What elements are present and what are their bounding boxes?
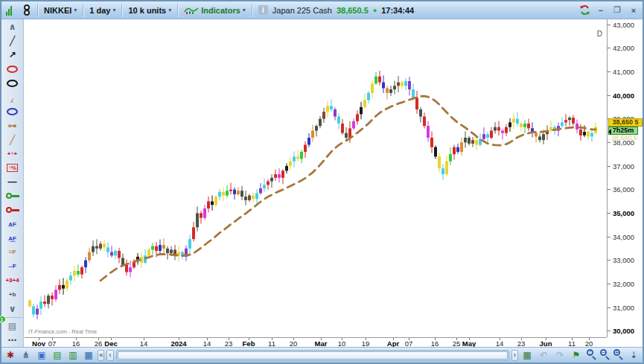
orders-icon[interactable]: ▥ xyxy=(66,349,80,362)
chevron-down-icon: ▾ xyxy=(112,7,115,13)
close-button[interactable]: × xyxy=(628,5,640,16)
percent-tool-icon[interactable]: ↑% xyxy=(3,161,22,175)
chart-bars-icon xyxy=(6,5,12,16)
toolbar-separator xyxy=(177,4,178,17)
price-axis-label: 35,000 xyxy=(613,209,634,217)
scroll-fast-back-button[interactable]: « xyxy=(98,350,104,361)
symbol-label: NIKKEI xyxy=(44,6,71,15)
toolbar-separator xyxy=(37,4,38,17)
price-tick xyxy=(608,142,610,143)
restore-button[interactable]: ❐ xyxy=(611,5,623,16)
price-tick xyxy=(608,189,610,190)
candlestick-chart[interactable] xyxy=(25,19,607,337)
fib-extension-tool-icon[interactable]: A͟F xyxy=(3,232,22,246)
annotation-tool-icon[interactable]: +b xyxy=(3,287,22,301)
horizontal-line-tool-icon[interactable]: — xyxy=(3,175,22,189)
price-tick xyxy=(608,71,610,72)
quote-time: 17:34:44 xyxy=(381,6,414,15)
undo-icon[interactable]: ↶ xyxy=(537,349,550,362)
chevron-down-icon: ▾ xyxy=(74,7,77,13)
price-axis-label: 40,000 xyxy=(613,92,634,100)
collapse-tools-icon[interactable]: ∧ xyxy=(3,20,22,34)
units-dropdown[interactable]: 10 k units ▾ xyxy=(124,2,176,19)
price-axis-label: 33,000 xyxy=(613,256,634,264)
news-icon[interactable]: ▤ xyxy=(51,349,64,362)
zoom-fit-icon[interactable]: ↕ xyxy=(587,349,596,359)
price-axis-label: 32,000 xyxy=(613,280,634,288)
pin-segment-tool-icon[interactable]: ⁁ xyxy=(3,91,22,105)
units-label: 10 k units xyxy=(128,6,166,15)
drawing-tools-sidebar: ∧╱↗⁁⊶╱+↑+↑%—A̲FA͟F≡F--F+3+4+b∨▤1⋯ xyxy=(1,19,24,348)
scrollbar-thumb[interactable] xyxy=(118,351,508,360)
more-tools-icon[interactable]: ⋯ xyxy=(3,333,22,348)
price-tick xyxy=(608,95,610,96)
zoom-out-icon[interactable]: − xyxy=(600,349,610,359)
last-price: 38,650.5 xyxy=(337,6,369,15)
key-lock-red-icon[interactable] xyxy=(3,203,22,217)
secondary-price-tag: 38,640.6 xyxy=(611,134,637,141)
timeframe-label: 1 day xyxy=(89,6,110,15)
indicators-button[interactable]: Indicators ▾ xyxy=(179,2,250,19)
instrument-name: Japan 225 Cash xyxy=(272,6,332,15)
go-to-end-icon[interactable]: ⇣ xyxy=(627,349,640,362)
watermark-text: IT-Finance.com - Real Time xyxy=(28,328,97,335)
price-tick xyxy=(608,166,610,167)
price-axis-label: 43,000 xyxy=(613,21,634,29)
price-tick xyxy=(608,284,610,284)
numbered-points-tool-icon[interactable]: +3+4 xyxy=(3,273,22,287)
top-toolbar: NIKKEI ▾ 1 day ▾ 10 k units ▾ Indicators… xyxy=(1,1,643,19)
chart-tools-icon[interactable]: ⚑ xyxy=(570,349,583,362)
scroll-back-button[interactable]: ‹ xyxy=(106,350,113,361)
levels-tool-icon[interactable]: ≡F xyxy=(3,246,22,260)
indicators-label: Indicators xyxy=(201,6,240,15)
info-icon[interactable]: i xyxy=(258,5,268,15)
go-to-date-icon[interactable]: ▦ xyxy=(520,349,534,362)
dashed-levels-tool-icon[interactable]: --F xyxy=(3,259,22,273)
price-axis[interactable]: 38,650 5 7h25m 38,640.6 43,00042,00041,0… xyxy=(607,19,643,337)
trendline-tool-icon[interactable]: ╱ xyxy=(3,132,22,147)
ellipse-tool-red-icon[interactable] xyxy=(3,63,22,77)
toolbar-separator xyxy=(252,4,252,17)
horizontal-scrollbar[interactable] xyxy=(116,350,509,361)
chart-canvas[interactable]: D IT-Finance.com - Real Time xyxy=(25,19,607,337)
price-tick xyxy=(608,213,610,214)
arrow-tool-icon[interactable]: ↗ xyxy=(3,48,22,63)
quote-info-group: i Japan 225 Cash 38,650.5 ● 17:34:44 xyxy=(254,2,418,19)
ellipse-tool-black-icon[interactable] xyxy=(3,77,22,91)
sync-refresh-icon[interactable] xyxy=(579,4,590,16)
link-icon xyxy=(22,4,31,16)
line-tool-icon[interactable]: ╱ xyxy=(3,34,22,48)
minimize-button[interactable]: − xyxy=(595,5,607,16)
price-tick xyxy=(608,48,610,48)
bottom-toolbar: ✱⋔▣▤▥▦ « ‹ › ▦↶↷⚑ ↕−+⇣ xyxy=(1,347,643,363)
symbol-dropdown[interactable]: NIKKEI ▾ xyxy=(39,2,81,19)
bar-countdown-tag: 7h25m xyxy=(608,127,638,135)
multipoint-tool-icon[interactable]: +↑+ xyxy=(3,147,22,161)
notification-badge: 1 xyxy=(0,316,6,323)
segment-tool-icon[interactable]: ⊶ xyxy=(3,118,22,132)
app-window: NIKKEI ▾ 1 day ▾ 10 k units ▾ Indicators… xyxy=(0,0,644,364)
screenshot-icon[interactable]: ▦ xyxy=(82,349,95,362)
price-tick xyxy=(608,237,610,237)
chevron-down-icon: ▾ xyxy=(243,7,246,13)
expand-tools-icon[interactable]: ∨ xyxy=(3,301,22,316)
share-icon[interactable]: ⋔ xyxy=(19,349,33,362)
key-unlock-green-icon[interactable] xyxy=(3,189,22,203)
workspace-icon[interactable]: ✱ xyxy=(4,349,17,362)
chat-icon[interactable]: ▣ xyxy=(35,349,48,362)
link-windows-button[interactable] xyxy=(18,2,36,19)
last-price-tag: 38,650 5 xyxy=(608,118,643,127)
fib-retracement-tool-icon[interactable]: A̲F xyxy=(3,217,22,232)
scroll-forward-button[interactable]: › xyxy=(511,350,518,361)
chart-style-button[interactable] xyxy=(1,2,16,19)
timeframe-letter: D xyxy=(597,30,602,38)
live-status-dot-icon: ● xyxy=(373,7,377,14)
zoom-in-icon[interactable]: + xyxy=(613,349,623,359)
ellipse-tool-blue-icon[interactable] xyxy=(3,104,22,118)
timeframe-dropdown[interactable]: 1 day ▾ xyxy=(85,2,120,19)
redo-icon[interactable]: ↷ xyxy=(553,349,567,362)
price-axis-label: 34,000 xyxy=(613,233,634,241)
price-axis-label: 42,000 xyxy=(613,44,634,52)
toolbar-separator xyxy=(121,4,122,17)
drawing-settings-icon[interactable]: ▤1 xyxy=(3,319,22,333)
